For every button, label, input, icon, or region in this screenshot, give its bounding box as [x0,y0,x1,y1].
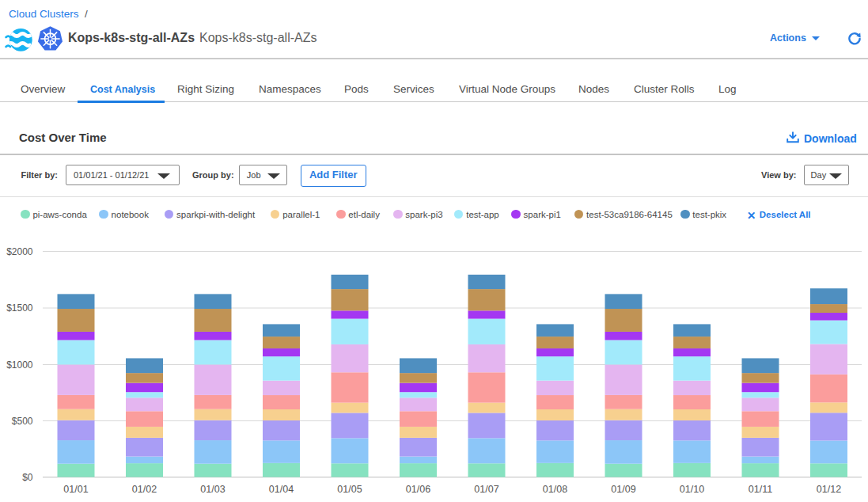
svg-text:01/03: 01/03 [200,484,225,495]
svg-text:01/08: 01/08 [543,484,567,495]
svg-text:01/02: 01/02 [132,484,157,495]
svg-text:01/07: 01/07 [474,484,498,495]
svg-text:$0: $0 [22,472,33,483]
svg-text:01/06: 01/06 [406,484,430,495]
svg-text:01/12: 01/12 [817,484,841,495]
svg-text:01/09: 01/09 [611,484,635,495]
svg-text:01/01: 01/01 [63,484,88,495]
svg-text:01/05: 01/05 [337,484,362,495]
svg-text:$1000: $1000 [6,359,33,371]
svg-text:01/04: 01/04 [269,484,294,495]
svg-text:01/11: 01/11 [749,484,772,495]
svg-text:$1500: $1500 [6,302,33,314]
svg-text:$500: $500 [12,416,33,427]
svg-text:$2000: $2000 [6,246,33,257]
svg-text:01/10: 01/10 [680,484,704,495]
